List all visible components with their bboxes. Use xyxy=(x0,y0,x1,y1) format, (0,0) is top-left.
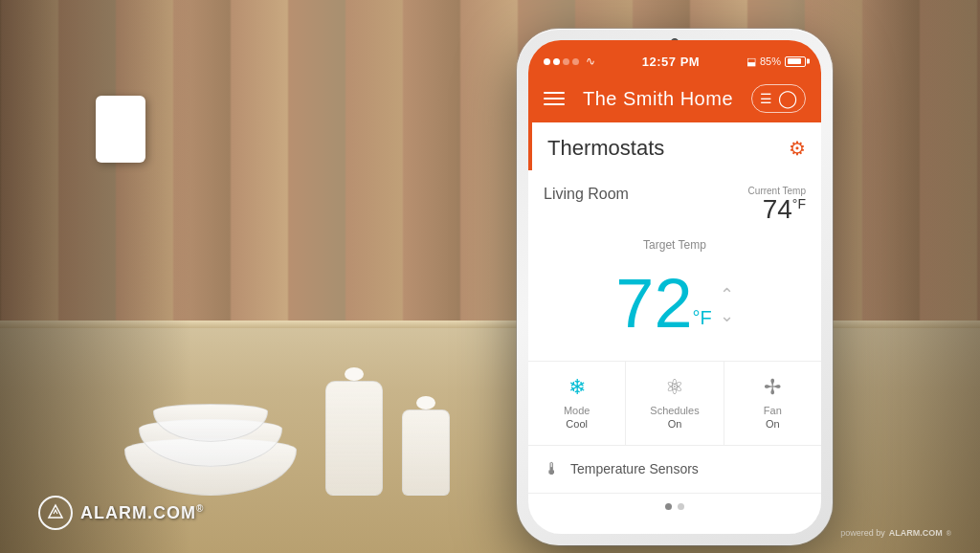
snowflake-icon: ❄ xyxy=(568,375,586,400)
target-temp-value: 72 xyxy=(615,269,692,338)
thermostat-card: Living Room Current Temp 74°F Target Tem… xyxy=(528,170,821,361)
header-right-buttons[interactable]: ☰ ◯ xyxy=(751,84,806,113)
schedule-icon: ⚛ xyxy=(665,375,684,400)
battery-percent: 85% xyxy=(760,55,781,67)
schedules-label: Schedules On xyxy=(650,404,699,431)
signal-dots: ∿ xyxy=(544,55,595,68)
temp-decrease-button[interactable]: ⌄ xyxy=(720,307,734,324)
alarm-logo: ALARM.COM® xyxy=(38,496,204,530)
current-temp-value: 74°F xyxy=(763,194,806,224)
signal-dot-2 xyxy=(553,58,560,65)
target-temp-unit: °F xyxy=(692,282,711,329)
current-temp-area: Current Temp 74°F xyxy=(748,186,806,223)
target-temp-section: Target Temp 72 °F ⌃ ⌄ xyxy=(544,234,806,361)
temp-increase-button[interactable]: ⌃ xyxy=(720,286,734,303)
wifi-icon: ∿ xyxy=(586,55,595,68)
thermometer-icon: 🌡 xyxy=(544,459,561,479)
bluetooth-icon: ⬓ xyxy=(746,55,756,68)
status-right: ⬓ 85% xyxy=(746,55,806,68)
room-name: Living Room xyxy=(544,186,629,203)
section-title: Thermostats xyxy=(547,136,664,161)
sensor-device xyxy=(96,96,145,163)
signal-dot-3 xyxy=(563,58,569,65)
page-dot-1 xyxy=(665,503,672,510)
section-header: Thermostats ⚙ xyxy=(528,122,821,170)
account-icon: ◯ xyxy=(778,88,797,109)
background: ALARM.COM® powered by ALARM.COM ® xyxy=(0,0,980,553)
room-row: Living Room Current Temp 74°F xyxy=(544,186,806,223)
app-header: The Smith Home ☰ ◯ xyxy=(528,75,821,122)
signal-dot-1 xyxy=(544,58,550,65)
phone-screen: ∿ 12:57 PM ⬓ 85% The Smith Ho xyxy=(528,40,821,534)
app-content: Thermostats ⚙ Living Room Current Temp 7… xyxy=(528,122,821,534)
schedules-control[interactable]: ⚛ Schedules On xyxy=(626,362,724,445)
fan-label: Fan On xyxy=(764,404,782,431)
phone: ∿ 12:57 PM ⬓ 85% The Smith Ho xyxy=(517,29,833,545)
hamburger-menu-icon[interactable] xyxy=(544,92,565,105)
battery-icon xyxy=(785,56,806,67)
list-view-icon: ☰ xyxy=(760,91,772,106)
fan-icon: ✢ xyxy=(764,375,781,400)
header-title: The Smith Home xyxy=(583,88,733,110)
fan-control[interactable]: ✢ Fan On xyxy=(724,362,821,445)
status-bar: ∿ 12:57 PM ⬓ 85% xyxy=(528,40,821,75)
powered-by: powered by ALARM.COM ® xyxy=(840,528,951,538)
alarm-logo-icon xyxy=(38,496,73,530)
bowls-decoration xyxy=(115,381,306,496)
battery-fill xyxy=(788,58,801,64)
alarm-logo-text: ALARM.COM® xyxy=(80,503,204,523)
mode-label: Mode Cool xyxy=(564,404,590,431)
mode-control[interactable]: ❄ Mode Cool xyxy=(528,362,626,445)
temperature-sensors-row[interactable]: 🌡 Temperature Sensors xyxy=(528,446,821,494)
phone-outer: ∿ 12:57 PM ⬓ 85% The Smith Ho xyxy=(517,29,833,545)
gear-icon[interactable]: ⚙ xyxy=(789,137,806,160)
page-dot-2 xyxy=(678,503,684,510)
signal-dot-4 xyxy=(572,58,579,65)
page-dots xyxy=(528,494,821,520)
sensors-label: Temperature Sensors xyxy=(570,461,699,476)
controls-row: ❄ Mode Cool ⚛ Schedules On xyxy=(528,361,821,446)
status-time: 12:57 PM xyxy=(642,55,700,69)
temp-arrows: ⌃ ⌄ xyxy=(720,286,734,324)
jars-decoration xyxy=(325,374,450,496)
target-temp-label: Target Temp xyxy=(643,238,706,252)
